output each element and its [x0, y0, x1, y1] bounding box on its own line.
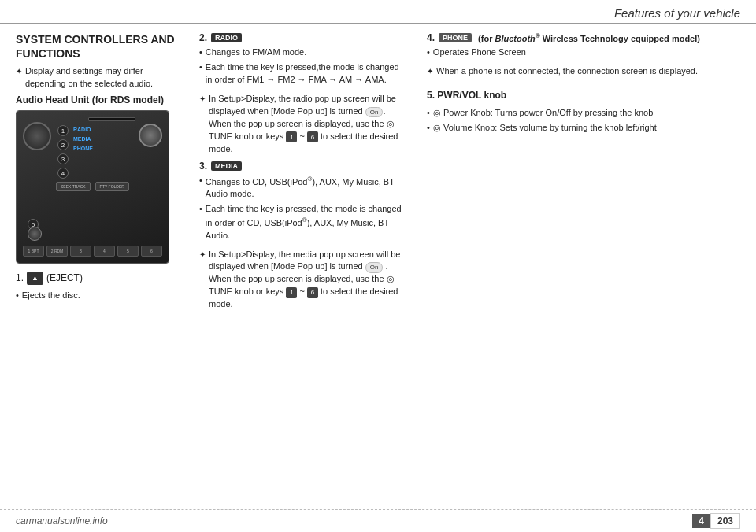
list-item: Operates Phone Screen [427, 46, 740, 59]
list-item: ◎ Power Knob: Turns power On/Off by pres… [427, 107, 740, 120]
folder-label: PTY FOLDER [100, 184, 124, 189]
page-header: Features of your vehicle [0, 0, 756, 24]
preset-2: 2 RDM [51, 249, 64, 253]
eject-key-badge: ▲ [27, 272, 43, 285]
preset-4: 4 [103, 249, 106, 253]
item4-heading: 4. PHONE (for Bluetooth® Wireless Techno… [427, 32, 740, 43]
item5-heading: 5. PWR/VOL knob [427, 89, 740, 102]
list-item: Each time the key is pressed, the mode i… [199, 203, 408, 242]
left-column: SYSTEM CONTROLLERS AND FUNCTIONS Display… [16, 32, 189, 517]
page-number: 4 203 [692, 513, 740, 529]
on-badge: On [365, 107, 384, 118]
list-item: Ejects the disc. [16, 290, 177, 302]
main-knob [23, 122, 51, 150]
seek-label: SEEK TRACK [61, 184, 86, 189]
item5-section: 5. PWR/VOL knob ◎ Power Knob: Turns powe… [427, 89, 740, 135]
brand-text: carmanualsonline.info [16, 515, 108, 526]
list-item: Changes to CD, USB(iPod®), AUX, My Music… [199, 175, 408, 201]
label-media: MEDIA [73, 136, 93, 142]
badge-3: 3 [57, 153, 69, 164]
power-button [28, 227, 42, 241]
page-num: 203 [710, 513, 740, 529]
item4-bullets: Operates Phone Screen [427, 46, 740, 59]
list-item: Each time the key is pressed,the mode is… [199, 61, 408, 87]
page-section: 4 [692, 514, 710, 528]
mid-column: 2. RADIO Changes to FM/AM mode. Each tim… [189, 32, 417, 517]
page-footer: carmanualsonline.info 4 203 [0, 509, 756, 532]
audio-unit-image: 1 2 3 4 5 RADIO MEDIA PHONE SE [16, 110, 169, 264]
preset-3: 3 [80, 249, 82, 253]
item3-bullets: Changes to CD, USB(iPod®), AUX, My Music… [199, 175, 408, 242]
list-item: Changes to FM/AM mode. [199, 46, 408, 59]
radio-tag: RADIO [211, 33, 242, 42]
list-item: ◎ Volume Knob: Sets volume by turning th… [427, 122, 740, 135]
right-column: 4. PHONE (for Bluetooth® Wireless Techno… [417, 32, 740, 517]
label-phone: PHONE [73, 146, 93, 151]
badge-2: 2 [57, 139, 69, 150]
preset-6: 6 [150, 249, 153, 253]
item1-label: 1. ▲ (EJECT) [16, 272, 177, 285]
badge-4: 4 [57, 168, 69, 179]
item2-heading: 2. RADIO [199, 32, 408, 43]
preset-5: 5 [127, 249, 129, 253]
radio-face: 1 2 3 4 5 RADIO MEDIA PHONE SE [17, 111, 169, 263]
item4-note: When a phone is not connected, the conne… [427, 65, 740, 78]
item5-bullets: ◎ Power Knob: Turns power On/Off by pres… [427, 107, 740, 135]
item3-note: In Setup>Display, the media pop up scree… [199, 249, 408, 312]
page-title: Features of your vehicle [614, 6, 740, 20]
main-content: SYSTEM CONTROLLERS AND FUNCTIONS Display… [0, 24, 756, 517]
badge-1: 1 [57, 125, 69, 136]
note-text: Display and settings may differ dependin… [25, 65, 177, 91]
preset-1: 1 BPT [28, 249, 39, 253]
on-badge-2: On [365, 262, 384, 273]
item2-note: In Setup>Display, the radio pop up scree… [199, 93, 408, 156]
item2-bullets: Changes to FM/AM mode. Each time the key… [199, 46, 408, 87]
sub-heading: Audio Head Unit (for RDS model) [16, 94, 177, 105]
media-tag: MEDIA [211, 161, 242, 171]
right-knob [139, 124, 162, 147]
item3-heading: 3. MEDIA [199, 161, 408, 172]
section-note: Display and settings may differ dependin… [16, 65, 177, 91]
item1-bullets: Ejects the disc. [16, 290, 177, 302]
label-radio: RADIO [73, 127, 93, 132]
eject-slot [88, 117, 135, 121]
phone-tag: PHONE [439, 33, 472, 42]
section-heading: SYSTEM CONTROLLERS AND FUNCTIONS [16, 32, 177, 61]
bluetooth-text: Bluetooth® [495, 34, 539, 43]
